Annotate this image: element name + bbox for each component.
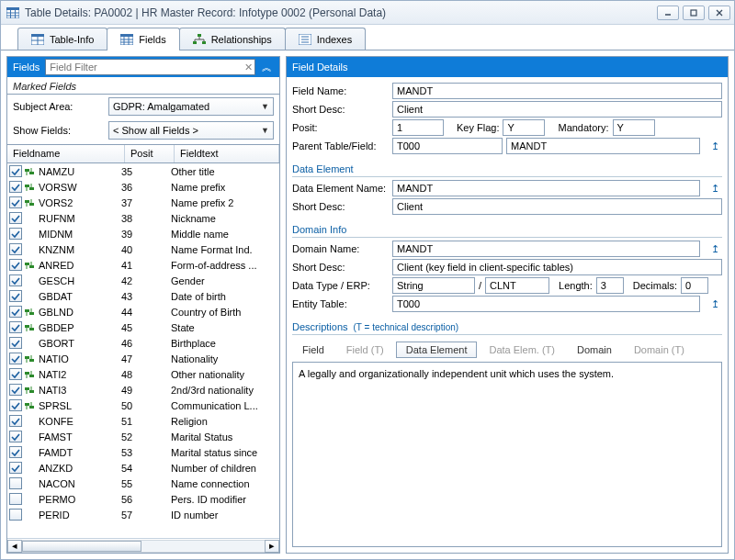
row-checkbox[interactable]: [9, 321, 22, 333]
cell-fieldname: GESCH: [37, 275, 121, 286]
table-row[interactable]: GBDAT43Date of birth: [7, 288, 279, 304]
row-checkbox[interactable]: [9, 415, 22, 427]
scroll-thumb[interactable]: [22, 541, 141, 552]
row-checkbox[interactable]: [9, 181, 22, 193]
row-checkbox[interactable]: [9, 259, 22, 271]
subject-area-combo[interactable]: GDPR: Amalgamated ▼: [108, 97, 274, 116]
scroll-right-button[interactable]: ▸: [265, 540, 279, 553]
row-checkbox[interactable]: [9, 462, 22, 474]
horizontal-scrollbar[interactable]: ◂ ▸: [7, 538, 279, 553]
mandatory-input[interactable]: [613, 119, 655, 136]
col-posit[interactable]: Posit: [125, 145, 175, 162]
field-name-input[interactable]: [392, 83, 722, 99]
desc-tab-field[interactable]: Field: [292, 342, 334, 358]
parent-field-input[interactable]: [506, 138, 700, 154]
goto-parent-icon[interactable]: ↥: [707, 139, 722, 153]
row-checkbox[interactable]: [9, 290, 22, 302]
tab-fields[interactable]: Fields: [107, 28, 179, 50]
row-checkbox[interactable]: [9, 477, 22, 489]
de-name-input[interactable]: [392, 180, 700, 196]
goto-domain-icon[interactable]: ↥: [707, 241, 722, 256]
row-checkbox[interactable]: [9, 165, 22, 177]
field-filter-input[interactable]: [46, 62, 242, 73]
desc-tab-data-element[interactable]: Data Element: [396, 342, 478, 358]
table-row[interactable]: NATI248Other nationality: [7, 366, 279, 382]
table-row[interactable]: GBDEP45State: [7, 319, 279, 335]
row-checkbox[interactable]: [9, 399, 22, 411]
table-row[interactable]: ANRED41Form-of-address ...: [7, 257, 279, 273]
row-checkbox[interactable]: [9, 212, 22, 224]
goto-de-icon[interactable]: ↥: [707, 181, 722, 196]
tab-table-info[interactable]: Table-Info: [17, 28, 107, 50]
table-row[interactable]: ANZKD54Number of children: [7, 460, 279, 476]
key-flag-input[interactable]: [503, 119, 545, 136]
clear-filter-icon[interactable]: ✕: [242, 61, 254, 73]
col-fieldname[interactable]: Fieldname: [7, 145, 125, 162]
row-checkbox[interactable]: [9, 228, 22, 240]
table-row[interactable]: FAMDT53Marital status since: [7, 444, 279, 460]
dom-short-input[interactable]: [392, 259, 722, 275]
table-row[interactable]: NATI3492nd/3rd nationality: [7, 382, 279, 398]
table-row[interactable]: MIDNM39Middle name: [7, 226, 279, 241]
table-row[interactable]: VORSW36Name prefix: [7, 179, 279, 195]
desc-tab-domain-t[interactable]: Domain (T): [624, 342, 695, 358]
entity-input[interactable]: [392, 296, 700, 312]
row-checkbox[interactable]: [9, 337, 22, 349]
dom-name-input[interactable]: [392, 241, 700, 257]
desc-tab-domain[interactable]: Domain: [567, 342, 622, 358]
table-row[interactable]: FAMST52Marital Status: [7, 429, 279, 444]
collapse-icon[interactable]: ︽: [259, 61, 274, 74]
length-input[interactable]: [596, 277, 624, 294]
short-desc-input[interactable]: [392, 101, 722, 118]
row-checkbox[interactable]: [9, 384, 22, 396]
relation-marker-icon: [24, 244, 35, 255]
dtype-input[interactable]: [392, 277, 475, 294]
close-button[interactable]: [708, 6, 730, 20]
table-row[interactable]: NATIO47Nationality: [7, 351, 279, 366]
table-row[interactable]: GBORT46Birthplace: [7, 335, 279, 351]
scroll-left-button[interactable]: ◂: [7, 540, 22, 553]
parent-table-input[interactable]: [392, 138, 503, 154]
field-filter-box[interactable]: ✕: [45, 59, 255, 75]
table-row[interactable]: RUFNM38Nickname: [7, 210, 279, 226]
posit-input[interactable]: [392, 119, 444, 136]
table-row[interactable]: VORS237Name prefix 2: [7, 195, 279, 210]
row-checkbox[interactable]: [9, 431, 22, 442]
maximize-button[interactable]: [683, 6, 705, 20]
cell-fieldtext: Name Format Ind.: [171, 244, 277, 255]
table-row[interactable]: PERMO56Pers. ID modifier: [7, 491, 279, 507]
table-row[interactable]: GESCH42Gender: [7, 273, 279, 288]
table-row[interactable]: KNZNM40Name Format Ind.: [7, 241, 279, 257]
row-checkbox[interactable]: [9, 306, 22, 318]
row-checkbox[interactable]: [9, 509, 22, 521]
row-checkbox[interactable]: [9, 196, 22, 208]
desc-tab-data-elem-t[interactable]: Data Elem. (T): [479, 342, 565, 358]
row-checkbox[interactable]: [9, 493, 22, 505]
scroll-track[interactable]: [22, 540, 265, 553]
desc-tab-field-t[interactable]: Field (T): [336, 342, 394, 358]
table-row[interactable]: NAMZU35Other title: [7, 163, 279, 179]
row-checkbox[interactable]: [9, 353, 22, 364]
row-checkbox[interactable]: [9, 446, 22, 458]
table-row[interactable]: SPRSL50Communication L...: [7, 398, 279, 413]
de-short-input[interactable]: [392, 198, 722, 215]
row-checkbox[interactable]: [9, 243, 22, 255]
row-checkbox[interactable]: [9, 274, 22, 286]
erp-input[interactable]: [485, 277, 549, 294]
show-fields-combo[interactable]: < Show all Fields > ▼: [108, 121, 274, 140]
col-fieldtext[interactable]: Fieldtext: [175, 145, 279, 162]
window-title: Table Details: PA0002 | HR Master Record…: [25, 6, 657, 19]
tab-relationships[interactable]: Relationships: [179, 28, 286, 50]
minimize-button[interactable]: [657, 6, 679, 20]
table-row[interactable]: KONFE51Religion: [7, 413, 279, 429]
decimals-input[interactable]: [681, 277, 708, 294]
table-row[interactable]: NACON55Name connection: [7, 476, 279, 491]
cell-fieldname: GBDEP: [37, 322, 121, 333]
description-text[interactable]: A legally and organizationally independe…: [292, 362, 722, 547]
row-checkbox[interactable]: [9, 368, 22, 380]
grid-body[interactable]: NAMZU35Other titleVORSW36Name prefixVORS…: [7, 163, 279, 538]
goto-entity-icon[interactable]: ↥: [707, 297, 722, 311]
table-row[interactable]: PERID57ID number: [7, 507, 279, 522]
table-row[interactable]: GBLND44Country of Birth: [7, 304, 279, 319]
tab-indexes[interactable]: Indexes: [285, 28, 367, 50]
